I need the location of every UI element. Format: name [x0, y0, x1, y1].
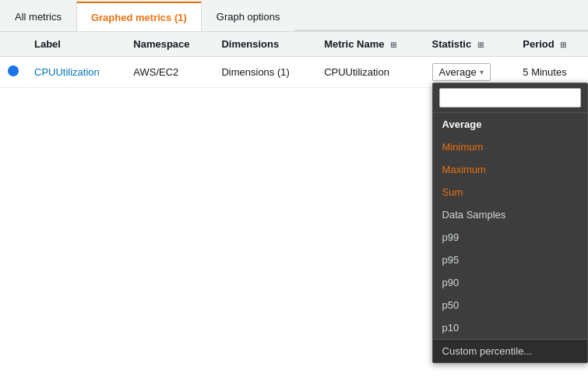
- tab-all-metrics[interactable]: All metrics: [0, 2, 76, 31]
- dropdown-item-p99[interactable]: p99: [433, 226, 587, 249]
- col-period[interactable]: Period ⊞: [515, 32, 588, 57]
- table-row: CPUUtilization AWS/EC2 Dimensions (1) CP…: [0, 57, 588, 88]
- col-metric-name[interactable]: Metric Name ⊞: [316, 32, 424, 57]
- col-statistic[interactable]: Statistic ⊞: [424, 32, 516, 57]
- col-namespace: Namespace: [125, 32, 213, 57]
- tab-graph-options[interactable]: Graph options: [202, 2, 295, 31]
- col-dimensions: Dimensions: [213, 32, 316, 57]
- dropdown-item-p95[interactable]: p95: [433, 249, 587, 271]
- dropdown-item-average[interactable]: Average: [433, 113, 587, 136]
- sort-icon-metric: ⊞: [390, 41, 396, 49]
- statistic-dropdown-button[interactable]: Average ▾: [432, 63, 491, 81]
- dropdown-item-sum[interactable]: Sum: [433, 181, 587, 203]
- dropdown-search-input[interactable]: [439, 88, 581, 108]
- dropdown-item-p10[interactable]: p10: [433, 316, 587, 339]
- metric-label-link[interactable]: CPUUtilization: [34, 66, 100, 78]
- statistic-dropdown-menu: Average Minimum Maximum Sum Data Samples…: [432, 83, 588, 363]
- dropdown-item-minimum[interactable]: Minimum: [433, 136, 587, 158]
- statistic-dropdown-container: Average ▾ Average Minimum Maximum Sum Da…: [432, 63, 491, 81]
- dropdown-item-p50[interactable]: p50: [433, 294, 587, 316]
- content-area: Label Namespace Dimensions Metric Name ⊞…: [0, 31, 588, 88]
- sort-icon-statistic: ⊞: [477, 41, 484, 49]
- col-color: [0, 32, 26, 57]
- metrics-table: Label Namespace Dimensions Metric Name ⊞…: [0, 31, 588, 88]
- dropdown-item-data-samples[interactable]: Data Samples: [433, 203, 587, 226]
- dropdown-search-container: [433, 83, 587, 113]
- row-dimensions: Dimensions (1): [213, 57, 316, 88]
- caret-icon: ▾: [480, 68, 484, 76]
- sort-icon-period: ⊞: [560, 41, 566, 49]
- dropdown-item-p90[interactable]: p90: [433, 271, 587, 294]
- blue-dot-icon: [8, 65, 19, 76]
- tabs-container: All metrics Graphed metrics (1) Graph op…: [0, 0, 588, 31]
- dropdown-item-maximum[interactable]: Maximum: [433, 158, 587, 181]
- dropdown-item-custom-percentile[interactable]: Custom percentile...: [433, 339, 587, 362]
- row-color: [0, 57, 26, 88]
- row-namespace: AWS/EC2: [125, 57, 213, 88]
- row-metric-name: CPUUtilization: [316, 57, 424, 88]
- col-label: Label: [26, 32, 125, 57]
- tab-graphed-metrics[interactable]: Graphed metrics (1): [76, 2, 202, 31]
- row-statistic: Average ▾ Average Minimum Maximum Sum Da…: [424, 57, 516, 88]
- row-label: CPUUtilization: [26, 57, 125, 88]
